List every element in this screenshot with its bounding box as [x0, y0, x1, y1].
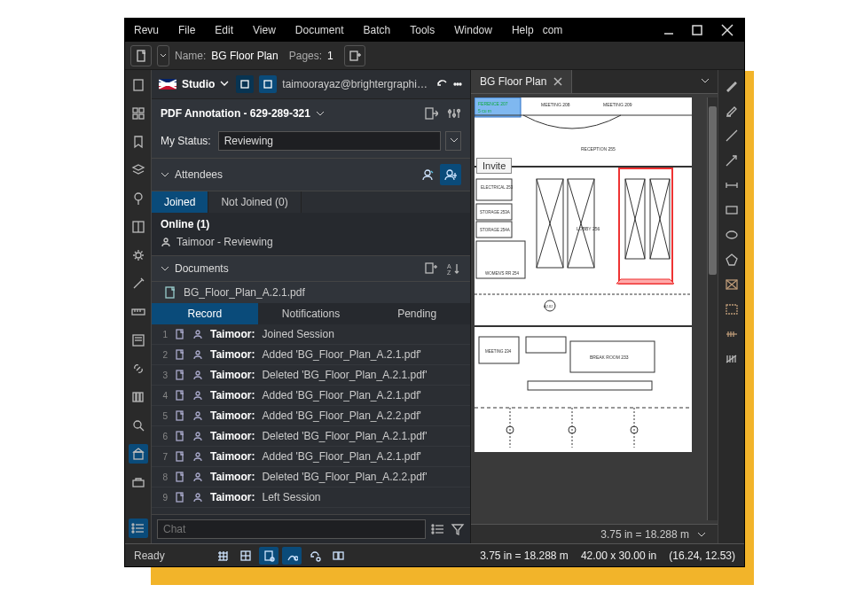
menu-file[interactable]: File: [178, 24, 195, 36]
follow-attendee-button[interactable]: [417, 164, 438, 185]
tab-pending[interactable]: Pending: [364, 303, 470, 324]
status-select[interactable]: [218, 131, 441, 151]
polygon-tool-icon[interactable]: [725, 253, 739, 267]
tab-joined[interactable]: Joined: [152, 191, 208, 213]
tally-tool-icon[interactable]: [725, 352, 739, 366]
rail-layers-icon[interactable]: [129, 160, 148, 180]
rail-gear-icon[interactable]: [129, 246, 148, 265]
chevron-down-icon[interactable]: [316, 109, 325, 118]
svg-text:WOMEN'S RR 254: WOMEN'S RR 254: [485, 271, 520, 276]
record-row[interactable]: 3 Taimoor: Deleted 'BG_Floor_Plan_A.2.1.…: [152, 365, 470, 386]
rail-plan-icon[interactable]: [129, 217, 148, 237]
menu-edit[interactable]: Edit: [215, 24, 233, 36]
menu-window[interactable]: Window: [454, 24, 492, 36]
rail-list-icon[interactable]: [129, 519, 148, 538]
file-icon[interactable]: [130, 45, 152, 66]
rail-search-icon[interactable]: [129, 416, 148, 435]
project-icon[interactable]: [259, 75, 277, 93]
rail-file-icon[interactable]: [129, 75, 148, 95]
expand-tabs-icon[interactable]: [693, 72, 718, 92]
record-row[interactable]: 4 Taimoor: Added 'BG_Floor_Plan_A.2.1.pd…: [152, 386, 470, 406]
close-icon[interactable]: [719, 22, 735, 38]
chevron-down-icon[interactable]: [220, 79, 231, 90]
grid-toggle-icon[interactable]: [213, 547, 232, 565]
minimize-icon[interactable]: [663, 24, 675, 36]
perimeter-tool-icon[interactable]: [725, 302, 739, 316]
ellipse-tool-icon[interactable]: [725, 228, 739, 242]
svg-line-135: [726, 156, 736, 166]
sort-icon[interactable]: AZ: [447, 261, 461, 276]
record-row[interactable]: 6 Taimoor: Deleted 'BG_Floor_Plan_A.2.1.…: [152, 426, 470, 447]
add-page-icon[interactable]: [344, 45, 365, 66]
svg-rect-60: [177, 330, 183, 339]
svg-text:MEETING 208: MEETING 208: [541, 102, 570, 107]
record-row[interactable]: 8 Taimoor: Deleted 'BG_Floor_Plan_A.2.2.…: [152, 467, 470, 487]
rail-form-icon[interactable]: [129, 331, 148, 350]
session-name: PDF Annotation - 629-289-321: [161, 107, 310, 120]
record-row[interactable]: 1 Taimoor: Joined Session: [152, 324, 470, 345]
chevron-down-icon[interactable]: [445, 131, 461, 151]
close-tab-icon[interactable]: [553, 77, 562, 86]
invite-attendee-button[interactable]: [440, 164, 461, 185]
vertical-scrollbar[interactable]: [707, 97, 718, 520]
rail-ruler-icon[interactable]: [129, 302, 148, 322]
count-tool-icon[interactable]: [725, 327, 739, 341]
rail-wand-icon[interactable]: [129, 274, 148, 293]
document-item[interactable]: BG_Floor_Plan_A.2.1.pdf: [152, 282, 470, 303]
drawing-canvas[interactable]: Invite FERENCE 207 5 cu m MEETING 208 ME…: [475, 97, 703, 520]
record-row[interactable]: 9 Taimoor: Left Session: [152, 487, 470, 508]
record-row[interactable]: 5 Taimoor: Added 'BG_Floor_Plan_A.2.2.pd…: [152, 406, 470, 426]
person-icon: [192, 472, 203, 482]
dimension-tool-icon[interactable]: [725, 178, 739, 192]
filter-icon[interactable]: [451, 522, 465, 536]
snap-toggle-icon[interactable]: [236, 547, 255, 565]
svg-text:Z: Z: [447, 269, 451, 276]
session-icon[interactable]: [236, 75, 254, 93]
refresh-icon[interactable]: [436, 79, 447, 90]
menu-revu[interactable]: Revu: [134, 24, 159, 36]
chat-input[interactable]: [157, 519, 426, 539]
rail-bookmark-icon[interactable]: [129, 132, 148, 152]
document-tab[interactable]: BG Floor Plan: [471, 70, 572, 93]
menu-document[interactable]: Document: [295, 24, 344, 36]
record-row[interactable]: 2 Taimoor: Added 'BG_Floor_Plan_A.2.1.pd…: [152, 345, 470, 365]
tab-record[interactable]: Record: [152, 303, 258, 324]
rectangle-tool-icon[interactable]: [725, 203, 739, 217]
chevron-down-icon[interactable]: [161, 170, 169, 179]
menu-tools[interactable]: Tools: [410, 24, 435, 36]
highlight-tool-icon[interactable]: [725, 104, 739, 118]
chevron-down-icon[interactable]: [696, 529, 707, 540]
menu-view[interactable]: View: [253, 24, 276, 36]
rail-studio-icon[interactable]: [129, 444, 148, 464]
rail-books-icon[interactable]: [129, 387, 148, 407]
leave-icon[interactable]: [424, 106, 438, 121]
arrow-tool-icon[interactable]: [725, 153, 739, 168]
area-tool-icon[interactable]: [725, 277, 739, 292]
tab-notifications[interactable]: Notifications: [258, 303, 365, 324]
pen-tool-icon[interactable]: [725, 79, 739, 93]
content-snap-icon[interactable]: [282, 547, 302, 565]
page-snap-icon[interactable]: [259, 547, 279, 565]
rail-link-icon[interactable]: [129, 359, 148, 378]
reuse-tool-icon[interactable]: [305, 547, 325, 565]
settings-icon[interactable]: [447, 106, 461, 121]
overflow-icon[interactable]: [452, 79, 463, 90]
list-icon[interactable]: [431, 522, 445, 536]
rail-grid-icon[interactable]: [129, 104, 148, 123]
document-toolbar: Name: BG Floor Plan Pages: 1: [125, 42, 744, 70]
rail-pin-icon[interactable]: [129, 189, 148, 208]
svg-rect-26: [140, 393, 143, 402]
add-document-icon[interactable]: [424, 261, 438, 276]
maximize-icon[interactable]: [691, 24, 703, 36]
menu-batch[interactable]: Batch: [364, 24, 391, 36]
attendee-row[interactable]: Taimoor - Reviewing: [161, 234, 461, 250]
rail-toolbox-icon[interactable]: [129, 472, 148, 492]
line-tool-icon[interactable]: [725, 129, 739, 143]
tab-not-joined[interactable]: Not Joined (0): [208, 191, 301, 213]
menu-help[interactable]: Help: [512, 24, 534, 36]
record-row[interactable]: 7 Taimoor: Added 'BG_Floor_Plan_A.2.1.pd…: [152, 447, 470, 467]
application-window: Revu File Edit View Document Batch Tools…: [124, 18, 745, 567]
file-dropdown[interactable]: [157, 45, 169, 66]
sync-view-icon[interactable]: [328, 547, 348, 565]
chevron-down-icon[interactable]: [161, 264, 169, 273]
